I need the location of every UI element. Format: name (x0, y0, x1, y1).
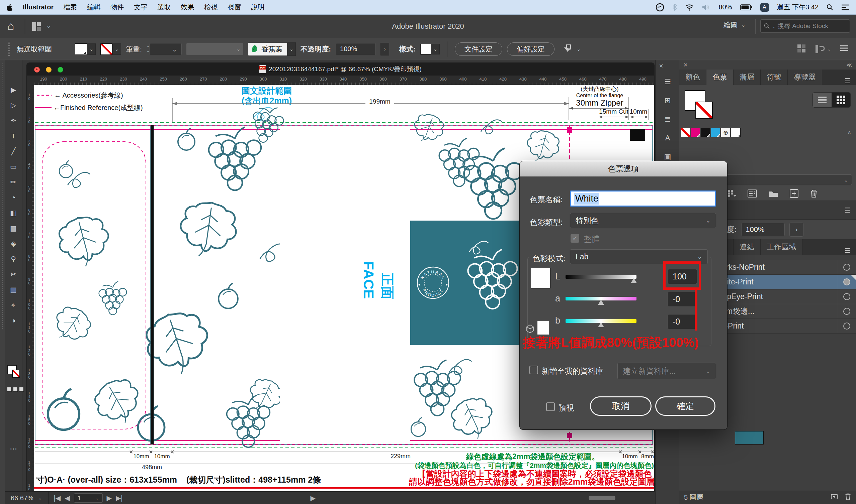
opacity-field[interactable]: 100% (741, 223, 785, 236)
fill-stroke-indicator[interactable] (685, 90, 717, 122)
b-slider[interactable] (566, 319, 636, 323)
menu-effect[interactable]: 效果 (181, 3, 194, 12)
a-slider[interactable] (566, 297, 636, 301)
swatch-none[interactable] (681, 128, 690, 137)
collapse-panels-icon[interactable]: ≪ (846, 62, 851, 68)
preferences-button[interactable]: 偏好設定 (507, 42, 554, 56)
menu-clock[interactable]: 週五 下午3:42 (777, 3, 819, 12)
scroll-right-arrow[interactable]: ▶ (310, 494, 315, 502)
tab-工作區域[interactable]: 工作區域 (760, 239, 803, 255)
b-value-field[interactable]: -0 (668, 314, 697, 329)
ok-button[interactable]: 確定 (655, 396, 716, 416)
out-of-gamut-swatch[interactable] (537, 321, 549, 335)
horizontal-scrollbar-thumb[interactable] (588, 496, 615, 500)
fill-color-well[interactable]: ⌄ (75, 43, 96, 55)
layer-target-circle[interactable] (837, 264, 856, 271)
properties-panel-icon[interactable]: ☰ (655, 73, 680, 90)
input-method-badge[interactable]: A (760, 3, 769, 12)
swatch-white[interactable] (731, 128, 740, 137)
tool-mesh-tool[interactable]: ▤ (5, 220, 22, 236)
menu-help[interactable]: 說明 (251, 3, 264, 12)
tool-rotate-tool[interactable]: ◔ (5, 190, 22, 205)
new-swatch-icon[interactable] (790, 189, 799, 199)
workspace-layout-icon[interactable]: ⌄ (815, 44, 831, 54)
artboard-thumbnail[interactable] (735, 431, 764, 445)
stroke-weight-field[interactable]: ⌃⌄ ⌄ (147, 43, 182, 55)
swatch-cyan[interactable] (711, 128, 720, 137)
tab-導覽器[interactable]: 導覽器 (788, 70, 822, 85)
preview-checkbox[interactable] (546, 402, 555, 411)
drag-handle[interactable] (8, 42, 10, 56)
next-artboard-button[interactable]: ▶ (107, 494, 112, 502)
grid-view-button[interactable] (832, 93, 850, 107)
tab-連結[interactable]: 連結 (734, 239, 760, 255)
tool-artboard-tool[interactable]: ⌖ (5, 298, 22, 313)
menu-list-icon[interactable] (840, 45, 849, 53)
vertical-ruler[interactable]: 1 02 03 04 05 06 07 08 09 01 0 01 1 01 2… (27, 85, 34, 491)
opacity-expand[interactable]: › (789, 222, 803, 237)
menu-select[interactable]: 選取 (157, 3, 171, 12)
close-icon[interactable]: ✕ (659, 63, 663, 69)
menu-file[interactable]: 檔案 (64, 3, 77, 12)
library-select-dropdown[interactable]: 建立新資料庫...⌄ (617, 363, 716, 379)
left-dock-edge[interactable] (0, 60, 5, 504)
horizontal-ruler[interactable]: 1902002102202302402502602702802903003103… (34, 75, 654, 85)
L-slider[interactable] (566, 275, 636, 279)
swatch-registration[interactable]: ⊕ (721, 128, 731, 137)
tool-gradient-tool[interactable]: ◈ (5, 236, 22, 251)
style-dropdown[interactable]: ⌄ (420, 44, 440, 54)
global-checkbox[interactable]: ✓ (570, 234, 579, 242)
menu-object[interactable]: 物件 (110, 3, 124, 12)
layer-target-circle[interactable] (837, 293, 856, 300)
add-to-library-checkbox[interactable] (529, 366, 538, 374)
opacity-expand[interactable]: › (380, 43, 389, 55)
opacity-field[interactable]: 100% (336, 43, 376, 55)
panel-menu-icon[interactable]: ☰ (845, 206, 851, 214)
variable-width-dropdown[interactable]: ⌄ (186, 43, 243, 55)
cancel-button[interactable]: 取消 (590, 396, 652, 416)
dialog-title[interactable]: 色票選項 (520, 161, 727, 177)
tool-column-graph-tool[interactable]: ▦ (5, 282, 22, 298)
swatch-name-input[interactable]: White (570, 191, 716, 206)
panel-menu-icon[interactable]: ☰ (845, 77, 856, 85)
tool-eyedropper-tool[interactable]: ⚲ (5, 251, 22, 267)
tool-selection-tool[interactable]: ▶ (5, 82, 22, 97)
a-value-field[interactable]: -0 (668, 292, 697, 307)
fill-stroke-indicator[interactable] (7, 365, 20, 378)
last-artboard-button[interactable]: ▶| (116, 494, 123, 502)
tab-色票[interactable]: 色票 (706, 70, 734, 85)
more-tools-button[interactable]: ⋯ (5, 445, 22, 453)
menu-illustrator[interactable]: Illustrator (23, 3, 53, 11)
arrange-icon[interactable] (797, 44, 806, 54)
close-icon[interactable]: ✕ (683, 62, 688, 68)
first-artboard-button[interactable]: |◀ (54, 494, 61, 502)
document-tab[interactable]: PDF 2020120316444167.pdf* @ 66.67% (CMYK… (27, 63, 654, 75)
tab-顏色[interactable]: 顏色 (679, 70, 706, 85)
scroll-up-icon[interactable]: ∧ (847, 129, 851, 136)
menu-view[interactable]: 檢視 (204, 3, 218, 12)
artboards-panel-icon[interactable]: ⊞ (655, 92, 680, 109)
volume-icon[interactable] (702, 4, 711, 11)
cube-gamut-icon[interactable] (526, 324, 534, 335)
tool-scissors-tool[interactable]: ✂ (5, 267, 22, 282)
zoom-level-dropdown[interactable]: 66.67%⌄ (5, 492, 49, 504)
isolate-selection-icon[interactable]: ⌄ (563, 44, 581, 54)
bluetooth-icon[interactable] (672, 4, 677, 11)
color-type-dropdown[interactable]: 特別色⌄ (570, 213, 716, 228)
tool-pen-tool[interactable]: ✒ (5, 113, 22, 128)
tool-pencil-tool[interactable]: ✏ (5, 175, 22, 190)
delete-layer-icon[interactable] (845, 493, 851, 502)
swatch-magenta[interactable] (691, 128, 700, 137)
new-layer-icon[interactable] (831, 493, 839, 502)
wifi-icon[interactable] (685, 4, 694, 11)
new-color-group-icon[interactable] (768, 190, 778, 199)
layer-target-circle[interactable] (837, 308, 856, 315)
tool-slice-tool[interactable]: ◑ (5, 313, 22, 328)
list-view-button[interactable] (813, 93, 832, 107)
adobe-stock-search[interactable]: ⌄ 搜尋 Adobe Stock (760, 19, 850, 33)
artboard-number-field[interactable]: 1⌄ (74, 493, 103, 503)
swatch-options-icon[interactable] (748, 190, 757, 199)
apple-menu-icon[interactable] (7, 4, 13, 11)
tool-type-tool[interactable]: T (5, 128, 22, 144)
prev-artboard-button[interactable]: ◀ (65, 494, 70, 502)
